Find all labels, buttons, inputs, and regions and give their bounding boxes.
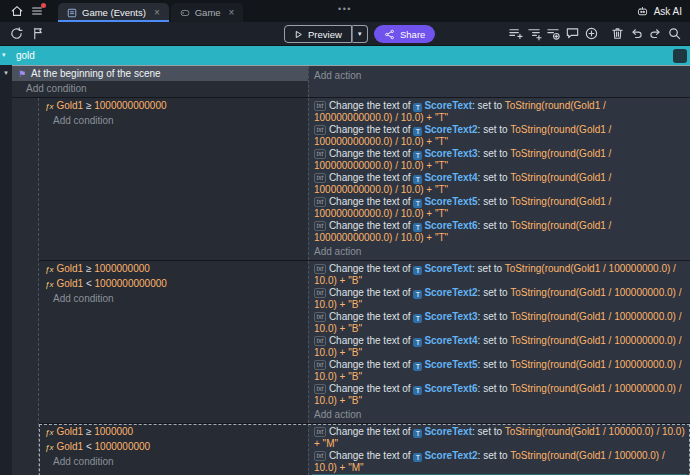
preview-options-button[interactable]: ▾ <box>352 25 368 43</box>
action-row[interactable]: txtChange the text of TScoreText3: set t… <box>312 148 687 171</box>
ask-ai-button[interactable]: Ask AI <box>636 5 682 18</box>
add-action-button[interactable]: Add action <box>312 68 687 82</box>
object-name: ScoreText <box>424 263 472 274</box>
share-button[interactable]: Share <box>374 25 435 43</box>
history-button[interactable] <box>7 25 25 43</box>
action-row[interactable]: txtChange the text of TScoreText: set to… <box>312 263 687 286</box>
condition-text: At the beginning of the scene <box>31 67 161 81</box>
redo-icon <box>648 26 663 41</box>
notification-dot <box>41 3 46 8</box>
condition-operator: < <box>86 441 92 452</box>
condition-row[interactable]: ƒxGold1 ≥ 1000000000000 <box>39 98 308 113</box>
project-manager-button[interactable] <box>28 2 46 20</box>
condition-row[interactable]: ⚑ At the beginning of the scene <box>12 66 308 81</box>
titlebar: Game (Events) × Game × ••• Ask AI <box>0 0 690 22</box>
tab-game[interactable]: Game × <box>171 3 244 22</box>
object-icon: T <box>413 175 422 184</box>
action-text: Change the text of <box>329 172 411 183</box>
condition-row[interactable]: ƒxGold1 < 1000000000 <box>39 439 308 454</box>
condition-variable: Gold1 <box>56 263 83 274</box>
add-comment-button[interactable] <box>563 25 581 43</box>
add-condition-button[interactable]: Add condition <box>12 81 308 95</box>
conditions-column: ƒxGold1 ≥ 1000000000 ƒxGold1 < 100000000… <box>39 261 308 423</box>
close-tab-icon[interactable]: × <box>229 7 235 18</box>
tab-game-events[interactable]: Game (Events) × <box>58 3 169 22</box>
action-text: Change the text of <box>329 335 411 346</box>
search-input[interactable]: gold <box>16 50 35 61</box>
undo-button[interactable] <box>627 25 645 43</box>
text-action-icon: txt <box>314 264 326 274</box>
action-text: : set to <box>472 263 502 274</box>
delete-button[interactable] <box>608 25 626 43</box>
action-row[interactable]: txtChange the text of TScoreText4: set t… <box>312 172 687 195</box>
object-name: ScoreText4 <box>424 335 477 346</box>
action-text: : set to <box>478 450 508 461</box>
flag-button[interactable] <box>29 25 47 43</box>
chevron-down-icon[interactable]: ▾ <box>4 69 8 76</box>
object-icon: T <box>413 386 422 395</box>
add-subevent-icon <box>527 26 542 41</box>
action-text: : set to <box>478 359 508 370</box>
search-bar[interactable]: ▾ gold <box>0 46 690 65</box>
action-row[interactable]: txtChange the text of TScoreText4: set t… <box>312 335 687 358</box>
action-text: : set to <box>472 100 502 111</box>
circle-plus-icon <box>584 26 599 41</box>
add-condition-button[interactable]: Add condition <box>39 113 308 127</box>
conditions-column: ƒxGold1 ≥ 1000000000000 Add condition <box>39 98 308 260</box>
action-row[interactable]: txtChange the text of TScoreText: set to… <box>312 100 687 123</box>
chevron-down-icon[interactable]: ▾ <box>2 51 6 59</box>
action-row[interactable]: txtChange the text of TScoreText6: set t… <box>312 220 687 243</box>
condition-row[interactable]: ƒxGold1 ≥ 1000000000 <box>39 261 308 276</box>
condition-row[interactable]: ƒxGold1 ≥ 1000000 <box>39 424 308 439</box>
actions-column: txtChange the text of TScoreText: set to… <box>308 261 690 423</box>
home-button[interactable] <box>8 2 26 20</box>
event-block[interactable]: ƒxGold1 ≥ 1000000000000 Add condition tx… <box>39 98 690 261</box>
action-text: : set to <box>472 426 502 437</box>
action-text: : set to <box>478 124 508 135</box>
action-text: Change the text of <box>329 196 411 207</box>
action-row[interactable]: txtChange the text of TScoreText2: set t… <box>312 124 687 147</box>
redo-button[interactable] <box>646 25 664 43</box>
preview-button[interactable]: Preview <box>284 25 352 43</box>
condition-value: 1000000000 <box>94 263 150 274</box>
action-text: Change the text of <box>329 450 411 461</box>
action-text: : set to <box>478 196 508 207</box>
variable-icon: ƒx <box>45 280 53 289</box>
search-events-button[interactable] <box>665 25 683 43</box>
add-action-button[interactable]: Add action <box>312 244 687 258</box>
preview-label: Preview <box>308 29 342 40</box>
action-row[interactable]: txtChange the text of TScoreText5: set t… <box>312 359 687 382</box>
search-options-button[interactable] <box>673 49 687 63</box>
action-row[interactable]: txtChange the text of TScoreText2: set t… <box>312 287 687 310</box>
add-subevent-button[interactable] <box>525 25 543 43</box>
object-name: ScoreText6 <box>424 220 477 231</box>
condition-variable: Gold1 <box>56 426 83 437</box>
close-tab-icon[interactable]: × <box>154 7 160 18</box>
action-row[interactable]: txtChange the text of TScoreText6: set t… <box>312 383 687 406</box>
add-condition-button[interactable]: Add condition <box>39 291 308 305</box>
add-action-button[interactable]: Add action <box>312 407 687 421</box>
add-extension-button[interactable] <box>582 25 600 43</box>
action-text: : set to <box>478 148 508 159</box>
text-action-icon: txt <box>314 125 326 135</box>
action-text: Change the text of <box>329 148 411 159</box>
action-row[interactable]: txtChange the text of TScoreText2: set t… <box>312 450 687 473</box>
text-action-icon: txt <box>314 149 326 159</box>
event-block[interactable]: ⚑ At the beginning of the scene Add cond… <box>12 65 690 98</box>
text-action-icon: txt <box>314 101 326 111</box>
play-icon <box>294 30 303 39</box>
add-event-button[interactable] <box>506 25 524 43</box>
object-icon: T <box>413 266 422 275</box>
event-block[interactable]: ƒxGold1 ≥ 1000000000 ƒxGold1 < 100000000… <box>39 261 690 424</box>
add-condition-button[interactable]: Add condition <box>39 454 308 468</box>
add-other-event-button[interactable] <box>544 25 562 43</box>
event-block[interactable]: ƒxGold1 ≥ 1000000 ƒxGold1 < 1000000000 A… <box>39 424 690 475</box>
window-dots: ••• <box>338 4 352 14</box>
action-row[interactable]: txtChange the text of TScoreText: set to… <box>312 426 687 449</box>
object-icon: T <box>413 429 422 438</box>
condition-row[interactable]: ƒxGold1 < 1000000000000 <box>39 276 308 291</box>
condition-operator: < <box>86 278 92 289</box>
action-row[interactable]: txtChange the text of TScoreText5: set t… <box>312 196 687 219</box>
condition-operator: ≥ <box>86 100 92 111</box>
action-row[interactable]: txtChange the text of TScoreText3: set t… <box>312 311 687 334</box>
